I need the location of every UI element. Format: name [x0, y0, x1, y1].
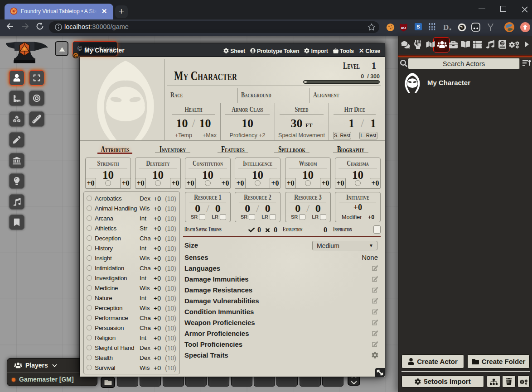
svg-text:uO: uO	[401, 26, 406, 30]
svg-text:D: D	[443, 23, 449, 31]
svg-text:S: S	[416, 24, 420, 29]
